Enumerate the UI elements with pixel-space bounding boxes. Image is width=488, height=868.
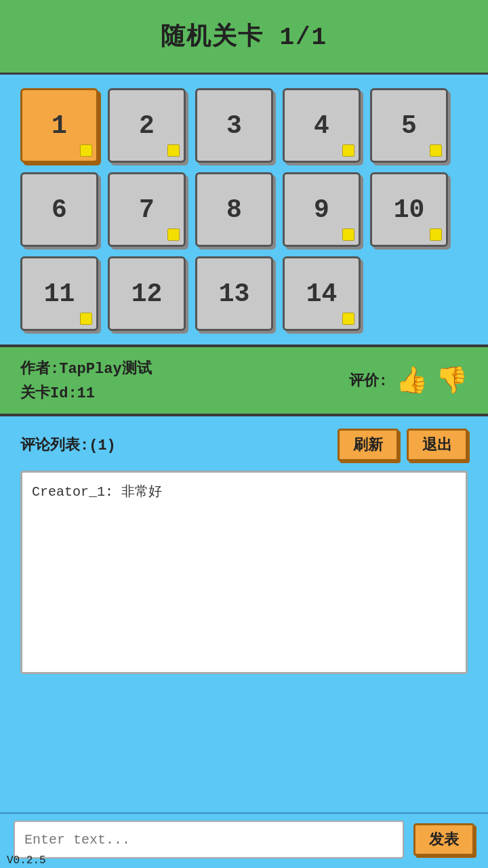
- comment-list-label: 评论列表:(1): [20, 435, 116, 455]
- bottom-bar: 发表: [0, 812, 488, 868]
- level-tile-2[interactable]: 2: [108, 88, 186, 163]
- version-label: V0.2.5: [7, 854, 46, 867]
- level-row-2: 11121314: [20, 256, 468, 331]
- level-tile-6[interactable]: 6: [20, 172, 98, 247]
- level-tile-3[interactable]: 3: [195, 88, 273, 163]
- corner-dot-4: [342, 144, 354, 157]
- level-row-1: 678910: [20, 172, 468, 247]
- text-input[interactable]: [14, 821, 404, 859]
- corner-dot-1: [80, 144, 92, 157]
- level-section: 1234567891011121314: [0, 75, 488, 347]
- comment-header: 评论列表:(1) 刷新 退出: [20, 429, 468, 461]
- level-tile-11[interactable]: 11: [20, 256, 98, 331]
- corner-dot-10: [430, 229, 442, 241]
- author-label: 作者:TapPlay测试: [20, 358, 152, 378]
- level-row-0: 12345: [20, 88, 468, 163]
- level-tile-4[interactable]: 4: [283, 88, 361, 163]
- corner-dot-9: [342, 229, 354, 241]
- corner-dot-7: [167, 229, 180, 241]
- level-tile-13[interactable]: 13: [195, 256, 273, 331]
- refresh-button[interactable]: 刷新: [338, 429, 399, 461]
- header: 随机关卡 1/1: [0, 0, 488, 75]
- info-left: 作者:TapPlay测试 关卡Id:11: [20, 358, 152, 403]
- info-right: 评价:: [349, 365, 468, 396]
- level-id-label: 关卡Id:11: [20, 382, 152, 403]
- level-tile-7[interactable]: 7: [108, 172, 186, 247]
- level-tile-12[interactable]: 12: [108, 256, 186, 331]
- thumb-up-button[interactable]: [396, 365, 428, 396]
- comment-box: Creator_1: 非常好: [20, 471, 468, 674]
- corner-dot-14: [342, 313, 354, 325]
- level-grid: 1234567891011121314: [20, 88, 468, 331]
- submit-button[interactable]: 发表: [413, 823, 474, 856]
- exit-button[interactable]: 退出: [407, 429, 468, 461]
- level-tile-10[interactable]: 10: [370, 172, 448, 247]
- level-tile-5[interactable]: 5: [370, 88, 448, 163]
- thumb-down-button[interactable]: [436, 365, 468, 396]
- corner-dot-11: [80, 313, 92, 325]
- comment-header-buttons: 刷新 退出: [338, 429, 468, 461]
- corner-dot-2: [167, 144, 180, 157]
- comment-section: 评论列表:(1) 刷新 退出 Creator_1: 非常好: [0, 416, 488, 681]
- level-tile-8[interactable]: 8: [195, 172, 273, 247]
- info-section: 作者:TapPlay测试 关卡Id:11 评价:: [0, 347, 488, 416]
- level-tile-14[interactable]: 14: [283, 256, 361, 331]
- rating-label: 评价:: [349, 370, 388, 391]
- level-tile-1[interactable]: 1: [20, 88, 98, 163]
- header-title: 随机关卡 1/1: [161, 20, 327, 53]
- level-tile-9[interactable]: 9: [283, 172, 361, 247]
- corner-dot-5: [430, 144, 442, 157]
